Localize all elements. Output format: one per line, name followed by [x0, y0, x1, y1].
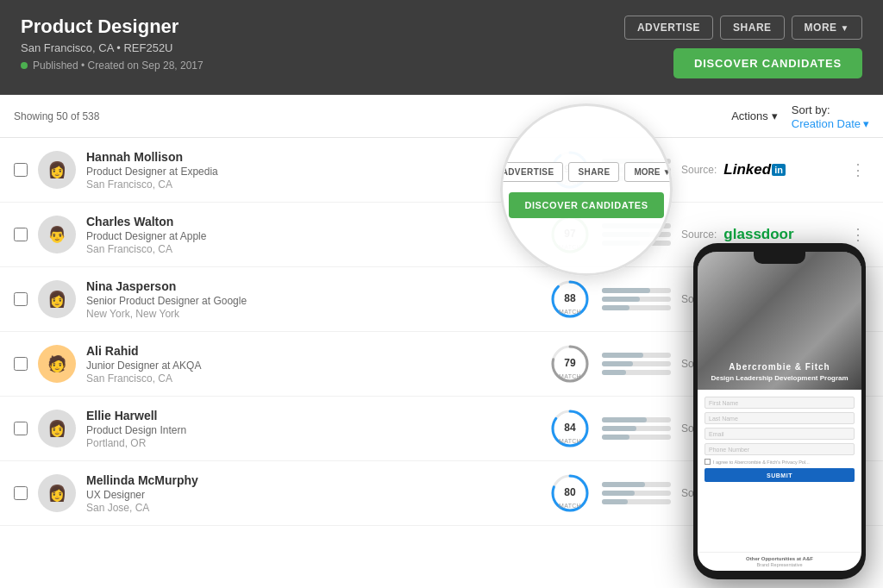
candidate-checkbox[interactable] — [14, 486, 28, 500]
more-options-button[interactable]: ⋮ — [847, 157, 869, 183]
phone-footer: Other Opportunities at A&F Brand Represe… — [698, 552, 861, 571]
candidate-info: Ali Rahid Junior Designer at AKQA San Fr… — [86, 344, 538, 385]
discover-candidates-button[interactable]: DISCOVER CANDIDATES — [673, 48, 862, 78]
linkedin-logo: Linkedin — [723, 161, 786, 178]
candidate-location: San Francisco, CA — [86, 372, 538, 385]
candidate-info: Nina Jasperson Senior Product Designer a… — [86, 279, 538, 320]
match-bars — [602, 288, 671, 310]
avatar: 👨 — [38, 216, 76, 253]
phone-footer-text: Other Opportunities at A&F — [705, 556, 855, 561]
phone-privacy: I agree to Abercrombie & Fitch's Privacy… — [705, 459, 855, 465]
privacy-checkbox[interactable] — [705, 459, 711, 465]
candidate-name: Ali Rahid — [86, 344, 538, 358]
candidate-role: UX Designer — [86, 489, 538, 501]
phone-notch — [754, 252, 805, 264]
avatar: 👩 — [38, 474, 76, 512]
phone-screen: Abercrombie & Fitch Design Leadership De… — [698, 252, 861, 571]
more-button[interactable]: MORE ▼ — [792, 16, 862, 40]
mag-discover-button[interactable]: DISCOVER CANDIDATES — [509, 192, 663, 218]
candidate-row: 👩 Hannah Mollison Product Designer at Ex… — [0, 138, 883, 203]
candidate-checkbox[interactable] — [14, 163, 28, 177]
job-meta: San Francisco, CA • REF252U — [21, 41, 204, 54]
chevron-down-icon: ▾ — [863, 117, 869, 130]
candidate-name: Charles Walton — [86, 215, 538, 228]
candidate-name: Hannah Mollison — [86, 150, 538, 164]
phone-content: Abercrombie & Fitch Design Leadership De… — [698, 252, 861, 571]
avatar: 👩 — [38, 151, 76, 189]
candidate-info: Hannah Mollison Product Designer at Expe… — [86, 150, 538, 191]
header-buttons-row: ADVERTISE SHARE MORE ▼ — [624, 16, 862, 40]
phone-brand-name: Abercrombie & Fitch — [705, 362, 855, 372]
candidate-location: San Francisco, CA — [86, 178, 538, 191]
candidate-info: Mellinda McMurphy UX Designer San Jose, … — [86, 473, 538, 514]
match-circle: 88 MATCH — [548, 278, 592, 321]
sort-label: Sort by: — [792, 103, 830, 116]
job-status: Published • Created on Sep 28, 2017 — [21, 59, 204, 72]
match-bars — [602, 482, 671, 504]
match-circle: 84 MATCH — [548, 407, 592, 450]
candidate-checkbox[interactable] — [14, 292, 28, 306]
candidate-location: San Jose, CA — [86, 502, 538, 514]
phone-first-name-field[interactable]: First Name — [705, 397, 855, 409]
phone-last-name-field[interactable]: Last Name — [705, 412, 855, 424]
job-title: Product Designer — [21, 16, 204, 38]
phone-footer-sub: Brand Representative — [705, 562, 855, 567]
candidate-location: New York, New York — [86, 308, 538, 320]
candidate-role: Product Designer at Apple — [86, 230, 538, 242]
status-text: Published • Created on Sep 28, 2017 — [33, 59, 204, 72]
status-dot — [21, 62, 28, 69]
mag-advertise-button[interactable]: ADVERTISE — [500, 162, 563, 182]
match-circle: 80 MATCH — [548, 472, 592, 515]
candidate-role: Product Designer at Expedia — [86, 166, 538, 178]
candidate-role: Senior Product Designer at Google — [86, 295, 538, 307]
candidate-checkbox[interactable] — [14, 357, 28, 371]
candidate-info: Charles Walton Product Designer at Apple… — [86, 215, 538, 255]
subheader: Showing 50 of 538 Actions ▾ Sort by: Cre… — [0, 95, 883, 138]
candidate-name: Ellie Harwell — [86, 409, 538, 422]
phone-frame: Abercrombie & Fitch Design Leadership De… — [693, 243, 866, 579]
magnifier-overlay: ADVERTISE SHARE MORE ▼ DISCOVER CANDIDAT… — [500, 103, 673, 276]
candidate-name: Nina Jasperson — [86, 279, 538, 293]
candidate-name: Mellinda McMurphy — [86, 473, 538, 487]
phone-form-section: First Name Last Name Email Phone Number — [698, 390, 861, 552]
avatar: 👩 — [38, 410, 76, 447]
phone-email-field[interactable]: Email — [705, 428, 855, 440]
chevron-down-icon: ▼ — [662, 167, 671, 177]
phone-phone-field[interactable]: Phone Number — [705, 443, 855, 455]
chevron-down-icon: ▾ — [772, 109, 778, 122]
match-circle: 79 MATCH — [548, 342, 592, 385]
chevron-down-icon: ▼ — [841, 23, 849, 33]
subheader-right: Actions ▾ Sort by: Creation Date ▾ — [731, 102, 869, 130]
header: Product Designer San Francisco, CA • REF… — [0, 0, 883, 95]
header-right: ADVERTISE SHARE MORE ▼ DISCOVER CANDIDAT… — [624, 16, 862, 78]
glassdoor-logo: glassdoor — [723, 226, 793, 243]
candidate-location: San Francisco, CA — [86, 243, 538, 255]
candidate-info: Ellie Harwell Product Design Intern Port… — [86, 409, 538, 449]
candidate-role: Product Design Intern — [86, 424, 538, 436]
mag-share-button[interactable]: SHARE — [568, 162, 619, 182]
candidate-location: Portland, OR — [86, 437, 538, 449]
advertise-button[interactable]: ADVERTISE — [624, 16, 713, 40]
phone-program-title: Design Leadership Development Program — [705, 374, 855, 383]
avatar: 👩 — [38, 280, 76, 318]
candidate-checkbox[interactable] — [14, 422, 28, 435]
avatar: 🧑 — [38, 345, 76, 383]
mag-buttons-row: ADVERTISE SHARE MORE ▼ — [500, 162, 673, 182]
candidate-checkbox[interactable] — [14, 228, 28, 241]
phone-overlay: Abercrombie & Fitch Design Leadership De… — [693, 243, 866, 579]
source-area: Source: glassdoor — [681, 226, 836, 243]
match-bars — [602, 417, 671, 440]
main-container: Product Designer San Francisco, CA • REF… — [0, 0, 883, 588]
mag-more-button[interactable]: MORE ▼ — [624, 162, 673, 182]
phone-submit-button[interactable]: SUBMIT — [705, 468, 855, 482]
match-bars — [602, 353, 671, 375]
source-area: Source: Linkedin — [681, 161, 836, 178]
magnifier-content: ADVERTISE SHARE MORE ▼ DISCOVER CANDIDAT… — [500, 145, 673, 235]
phone-brand: Abercrombie & Fitch Design Leadership De… — [705, 362, 855, 383]
header-left: Product Designer San Francisco, CA • REF… — [21, 16, 204, 72]
actions-button[interactable]: Actions ▾ — [731, 109, 778, 122]
sort-control: Sort by: Creation Date ▾ — [792, 102, 869, 130]
sort-value[interactable]: Creation Date ▾ — [792, 117, 869, 130]
share-button[interactable]: SHARE — [720, 16, 785, 40]
candidate-role: Junior Designer at AKQA — [86, 360, 538, 372]
